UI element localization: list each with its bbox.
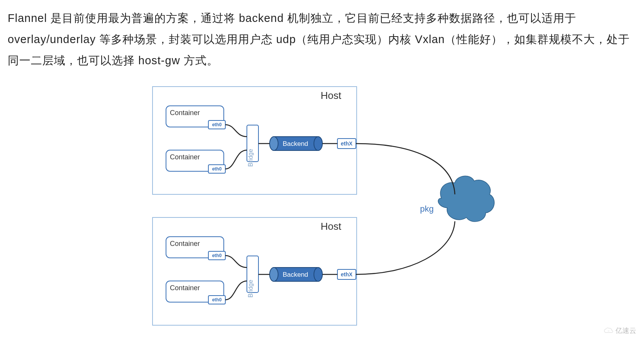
- host-2-backend: Backend: [270, 267, 322, 281]
- host-1-backend-label: Backend: [283, 140, 308, 147]
- host-1-label: Host: [321, 90, 342, 101]
- pkg-cloud: pkg: [420, 176, 495, 222]
- host-2-line-c2-bridge: [225, 281, 247, 300]
- host-2-backend-label: Backend: [283, 271, 308, 278]
- svg-point-6: [270, 137, 278, 150]
- svg-point-7: [314, 137, 322, 150]
- host-2-ethx-label: ethX: [341, 271, 353, 277]
- host-2-container-1-eth: eth0: [212, 253, 222, 258]
- host-1-ethx-label: ethX: [341, 140, 353, 147]
- pkg-label: pkg: [420, 204, 434, 214]
- svg-text:∞: ∞: [608, 329, 610, 332]
- host-2-container-2: Container eth0: [166, 281, 225, 304]
- svg-point-14: [270, 267, 278, 281]
- line-host2-cloud: [356, 221, 455, 274]
- watermark-text: 亿速云: [615, 326, 636, 335]
- host-1-bridge-label: Bridge: [247, 149, 254, 167]
- host-2-line-c1-bridge: [225, 256, 247, 267]
- description-text: Flannel 是目前使用最为普遍的方案，通过将 backend 机制独立，它目…: [8, 8, 636, 71]
- svg-point-15: [314, 267, 322, 281]
- flannel-diagram: Host Container eth0 Container eth0 Bridg…: [149, 83, 495, 341]
- watermark: ∞ 亿速云: [604, 326, 636, 335]
- host-1-container-2-label: Container: [170, 153, 200, 161]
- host-1-container-1: Container eth0: [166, 106, 225, 129]
- host-2: Host Container eth0 Container eth0 Bridg…: [153, 217, 357, 325]
- line-host1-cloud: [356, 144, 455, 194]
- host-2-container-2-eth: eth0: [212, 297, 222, 303]
- host-1-backend: Backend: [270, 137, 322, 150]
- host-2-container-2-label: Container: [170, 284, 200, 292]
- host-2-bridge-label: Bridge: [247, 280, 254, 298]
- host-2-container-1: Container eth0: [166, 237, 225, 260]
- host-2-label: Host: [321, 221, 342, 232]
- host-1-container-2-eth: eth0: [212, 166, 222, 172]
- host-1: Host Container eth0 Container eth0 Bridg…: [153, 87, 357, 194]
- cloud-icon: ∞: [604, 327, 614, 334]
- host-1-line-c1-bridge: [225, 125, 247, 137]
- host-1-container-2: Container eth0: [166, 150, 225, 173]
- host-2-container-1-label: Container: [170, 240, 200, 247]
- host-1-line-c2-bridge: [225, 150, 247, 169]
- host-1-container-1-eth: eth0: [212, 122, 222, 127]
- host-1-container-1-label: Container: [170, 109, 200, 117]
